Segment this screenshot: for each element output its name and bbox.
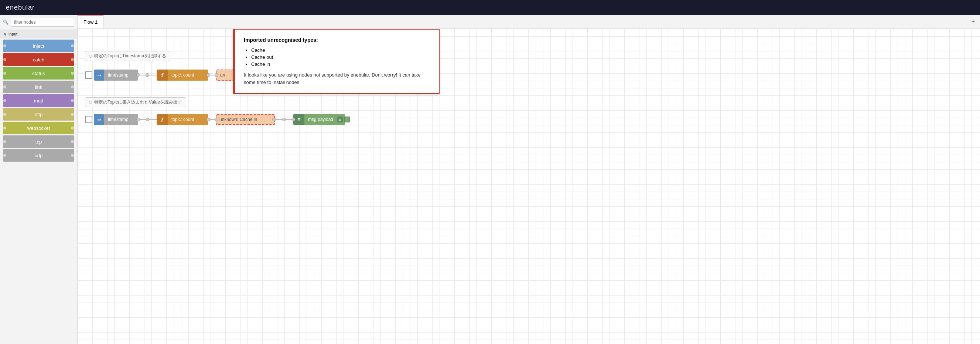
debug-square-btn[interactable] — [344, 117, 350, 122]
logo: enebular — [6, 4, 35, 11]
tab-bar: Flow 1 + — [78, 15, 980, 29]
filter-bar: 🔍 — [0, 15, 77, 30]
function-icon: f — [157, 70, 168, 81]
row2-unknown-label: unknown: Cache in — [216, 117, 260, 122]
mid-port-1 — [146, 73, 149, 77]
search-input[interactable] — [11, 18, 74, 27]
websocket-label: websocket — [6, 125, 70, 131]
section-label: input — [8, 32, 18, 36]
row1-unknown-label: un — [216, 72, 229, 78]
sidebar-item-inject[interactable]: inject — [3, 40, 74, 52]
row2-timestamp[interactable]: ⇒ timestamp — [94, 114, 138, 125]
link-right-port — [70, 81, 74, 93]
sidebar-item-tcp[interactable]: tcp — [3, 135, 74, 148]
flow-row-2: ⇒ timestamp f topic: count — [85, 114, 345, 125]
tcp-left-port — [3, 135, 6, 148]
row2-unknown-port-right — [272, 118, 276, 121]
tab-flow1-label: Flow 1 — [83, 19, 97, 25]
debug-list-btn[interactable]: ☰ — [337, 117, 343, 122]
debug-controls: ☰ — [337, 117, 352, 122]
connector-2d — [275, 119, 282, 120]
sidebar-item-mqtt[interactable]: mqtt — [3, 94, 74, 107]
node-section: ∨ input injectcatchstatuslinkmqtthttpweb… — [0, 30, 77, 163]
function-icon-2: f — [157, 114, 168, 125]
tcp-label: tcp — [6, 139, 70, 145]
sidebar-item-websocket[interactable]: websocket — [3, 122, 74, 134]
row2-debug[interactable]: ☰ msg.payload ☰ — [293, 114, 345, 125]
tab-add-button[interactable]: + — [966, 15, 980, 29]
notification-message: It looks like you are using nodes not su… — [244, 71, 430, 86]
websocket-left-port — [3, 122, 6, 134]
row1-timestamp[interactable]: ⇒ timestamp — [94, 70, 138, 81]
notification-item-1: Cache out — [251, 54, 430, 60]
notification-popup: Imported unrecognised types: Cache Cache… — [233, 29, 439, 94]
comment-1-text: 特定のTopicにTimestampを記録する — [94, 53, 166, 59]
connector-2b — [149, 119, 157, 120]
link-label: link — [6, 84, 70, 90]
sidebar: 🔍 ∨ input injectcatchstatuslinkmqtthttpw… — [0, 15, 78, 344]
mqtt-right-port — [70, 94, 74, 107]
canvas-area: Flow 1 + Imported unrecognised types: Ca… — [78, 15, 980, 344]
status-label: status — [6, 70, 70, 76]
sidebar-item-link[interactable]: link — [3, 81, 74, 93]
inject-label: inject — [6, 43, 70, 49]
row2-function-port-right — [207, 118, 210, 121]
notification-title: Imported unrecognised types: — [244, 37, 430, 43]
row2-debug-port-left — [291, 118, 295, 121]
canvas[interactable]: Imported unrecognised types: Cache Cache… — [78, 29, 980, 344]
tab-flow1[interactable]: Flow 1 — [78, 15, 104, 29]
comment-dot — [89, 55, 92, 58]
notification-item-2: Cache in — [251, 61, 430, 67]
row2-checkbox[interactable] — [85, 116, 92, 123]
connector-1b — [149, 75, 157, 75]
inject-arrow-icon-2: ⇒ — [94, 114, 104, 125]
sidebar-item-udp[interactable]: udp — [3, 149, 74, 162]
sidebar-item-catch[interactable]: catch — [3, 53, 74, 66]
flow-row-1: ⇒ timestamp f topic: count — [85, 70, 245, 81]
sidebar-item-http[interactable]: http — [3, 108, 74, 121]
list-icon: ☰ — [338, 118, 341, 121]
mid-port-2 — [146, 118, 149, 121]
row2-unknown-port-left — [215, 118, 218, 121]
row1-function-port-right — [207, 73, 210, 77]
row2-function[interactable]: f topic: count — [157, 114, 208, 125]
section-header[interactable]: ∨ input — [0, 30, 77, 38]
comment-2-text: 特定のTopicに書き込まれたValueを読み出す — [94, 99, 182, 106]
row1-function[interactable]: f topic: count — [157, 70, 208, 81]
tcp-right-port — [70, 135, 74, 148]
row2-unknown[interactable]: unknown: Cache in — [216, 114, 275, 125]
inject-arrow-icon: ⇒ — [94, 70, 104, 81]
mqtt-left-port — [3, 94, 6, 107]
websocket-right-port — [70, 122, 74, 134]
search-icon: 🔍 — [3, 19, 8, 25]
link-left-port — [3, 81, 6, 93]
inject-right-port — [70, 40, 74, 52]
udp-left-port — [3, 149, 6, 162]
row2-function-label: topic: count — [168, 117, 197, 122]
nodes-list: injectcatchstatuslinkmqtthttpwebsockettc… — [0, 40, 77, 162]
comment-dot-2 — [89, 101, 92, 104]
notification-list: Cache Cache out Cache in — [251, 47, 430, 67]
status-right-port — [70, 67, 74, 80]
catch-label: catch — [6, 57, 70, 62]
mid-port-2b — [282, 118, 286, 121]
debug-icon-symbol: ☰ — [298, 118, 301, 122]
row1-unknown-port-left — [215, 73, 218, 77]
http-label: http — [6, 112, 70, 117]
comment-2: 特定のTopicに書き込まれたValueを読み出す — [85, 97, 186, 107]
sidebar-item-status[interactable]: status — [3, 67, 74, 80]
status-left-port — [3, 67, 6, 80]
udp-right-port — [70, 149, 74, 162]
row1-function-label: topic: count — [168, 72, 197, 78]
comment-1: 特定のTopicにTimestampを記録する — [85, 51, 170, 61]
row2-timestamp-port-right — [136, 118, 140, 121]
catch-left-port — [3, 53, 6, 66]
mqtt-label: mqtt — [6, 98, 70, 104]
row1-checkbox[interactable] — [85, 71, 92, 79]
header: enebular — [0, 0, 980, 15]
http-right-port — [70, 108, 74, 121]
catch-right-port — [70, 53, 74, 66]
chevron-icon: ∨ — [4, 32, 6, 36]
inject-left-port — [3, 40, 6, 52]
udp-label: udp — [6, 153, 70, 158]
